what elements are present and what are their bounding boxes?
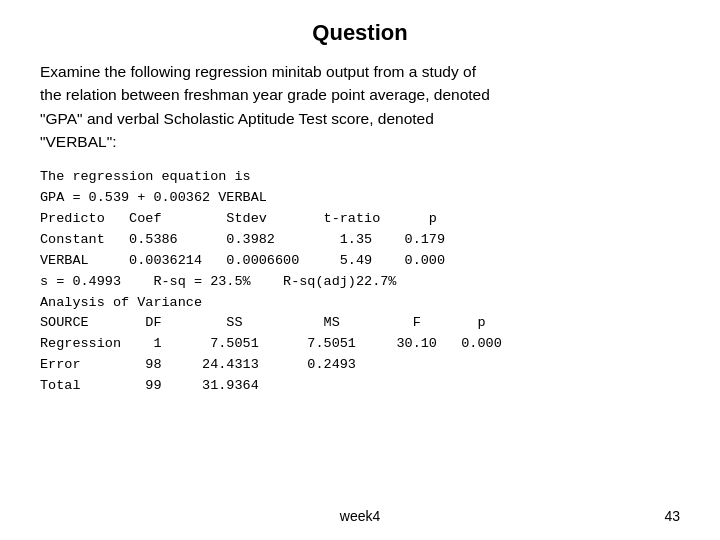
description: Examine the following regression minitab…	[40, 60, 680, 153]
regression-output: The regression equation is GPA = 0.539 +…	[40, 167, 680, 520]
footer-page-number: 43	[664, 508, 680, 524]
page-title: Question	[40, 20, 680, 46]
page: Question Examine the following regressio…	[0, 0, 720, 540]
description-text: Examine the following regression minitab…	[40, 63, 490, 150]
footer-week-label: week4	[340, 508, 380, 524]
